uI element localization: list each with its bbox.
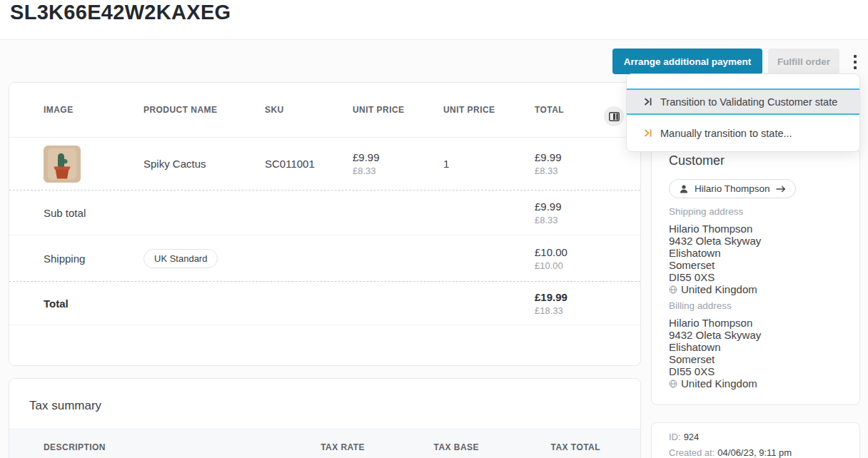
product-name: Spiky Cactus xyxy=(143,158,265,170)
tax-column-base: TAX BASE xyxy=(391,442,479,452)
column-header-image: IMAGE xyxy=(44,105,143,115)
shipping-address-label: Shipping address xyxy=(669,206,743,217)
menu-item-transition-validating-customer[interactable]: Transition to Validating Customer state xyxy=(627,88,859,115)
billing-country: United Kingdom xyxy=(681,377,757,390)
kebab-menu-icon[interactable] xyxy=(849,51,861,73)
subtotal-amount: £9.99 £8.33 xyxy=(535,200,623,225)
transition-to-state-icon xyxy=(642,96,653,107)
tax-column-rate: TAX RATE xyxy=(277,442,365,452)
order-id-line: ID:924 xyxy=(669,432,699,442)
tax-column-total: TAX TOTAL xyxy=(513,442,600,452)
customize-columns-button[interactable] xyxy=(604,106,624,126)
customer-section-title: Customer xyxy=(669,153,725,168)
total-label: Total xyxy=(44,297,265,310)
line-total-cell: £9.99 £8.33 xyxy=(535,151,623,176)
subtotal-label: Sub total xyxy=(44,207,265,219)
unit-price-cell: £9.99 £8.33 xyxy=(353,151,443,176)
order-id-label: ID: xyxy=(669,432,681,442)
created-at-label: Created at: xyxy=(669,447,715,458)
product-image-cactus xyxy=(44,146,81,183)
billing-address: Hilario Thompson 9432 Oleta Skyway Elish… xyxy=(669,317,761,390)
page-title: SL3K66E42W2KAXEG xyxy=(10,1,231,24)
product-sku: SC011001 xyxy=(265,158,353,170)
customer-card: Customer Hilario Thompson Shipping addre… xyxy=(651,148,860,405)
shipping-address: Hilario Thompson 9432 Oleta Skyway Elish… xyxy=(669,223,761,295)
order-created-line: Created at:04/06/23, 9:11 pm xyxy=(669,447,792,458)
total-row: Total £19.99 £18.33 xyxy=(9,282,640,325)
shipping-row: Shipping UK Standard £10.00 £10.00 xyxy=(9,235,640,282)
tax-column-description: DESCRIPTION xyxy=(44,442,106,452)
fulfill-order-button[interactable]: Fulfill order xyxy=(768,49,839,74)
transition-to-state-icon xyxy=(642,128,653,138)
arrow-right-icon xyxy=(776,185,786,193)
customer-link-pill[interactable]: Hilario Thompson xyxy=(669,179,796,198)
line-item-row: Spiky Cactus SC011001 £9.99 £8.33 1 £9.9… xyxy=(9,138,640,190)
columns-icon xyxy=(609,112,620,121)
state-transition-menu: Transition to Validating Customer state … xyxy=(626,73,860,152)
globe-icon xyxy=(669,285,677,294)
total-amount: £19.99 £18.33 xyxy=(535,291,623,316)
quantity-cell: 1 xyxy=(443,158,535,170)
person-icon xyxy=(679,184,689,194)
shipping-method-badge: UK Standard xyxy=(143,249,218,268)
order-summary-card: IMAGE PRODUCT NAME SKU UNIT PRICE UNIT P… xyxy=(9,82,641,366)
subtotal-row: Sub total £9.99 £8.33 xyxy=(9,190,640,235)
customer-name: Hilario Thompson xyxy=(695,183,770,194)
header-divider xyxy=(0,39,868,40)
order-id-value: 924 xyxy=(684,432,700,442)
column-header-unit-price: UNIT PRICE xyxy=(353,105,443,115)
column-header-unit-price-2: UNIT PRICE xyxy=(443,105,535,115)
order-meta-card: ID:924 Created at:04/06/23, 9:11 pm xyxy=(651,422,860,458)
tax-table-header: DESCRIPTION TAX RATE TAX BASE TAX TOTAL xyxy=(9,429,640,458)
shipping-amount: £10.00 £10.00 xyxy=(535,246,623,271)
column-header-product-name: PRODUCT NAME xyxy=(143,105,265,115)
order-table-header: IMAGE PRODUCT NAME SKU UNIT PRICE UNIT P… xyxy=(9,83,640,138)
menu-item-label: Transition to Validating Customer state xyxy=(660,96,837,108)
menu-item-manually-transition[interactable]: Manually transition to state... xyxy=(627,120,859,146)
menu-item-label: Manually transition to state... xyxy=(660,128,792,139)
tax-summary-card: Tax summary DESCRIPTION TAX RATE TAX BAS… xyxy=(9,378,641,458)
shipping-label: Shipping xyxy=(44,253,143,265)
tax-summary-title: Tax summary xyxy=(29,399,101,413)
shipping-country: United Kingdom xyxy=(681,283,757,295)
column-header-sku: SKU xyxy=(265,105,353,115)
billing-address-label: Billing address xyxy=(669,300,732,311)
created-at-value: 04/06/23, 9:11 pm xyxy=(717,447,792,458)
globe-icon xyxy=(669,380,677,388)
arrange-additional-payment-button[interactable]: Arrange additional payment xyxy=(612,49,762,74)
